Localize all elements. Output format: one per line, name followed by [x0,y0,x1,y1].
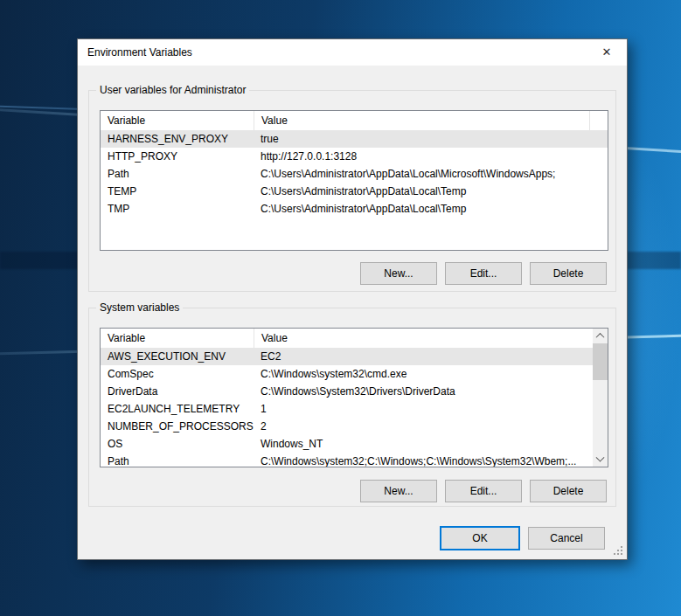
table-row[interactable]: AWS_EXECUTION_ENV EC2 [101,348,608,365]
column-divider [589,111,590,130]
table-row[interactable]: Path C:\Windows\system32;C:\Windows;C:\W… [101,453,608,467]
vertical-scrollbar[interactable] [593,329,608,467]
table-row[interactable]: HARNESS_ENV_PROXY true [101,130,608,148]
variable-cell: EC2LAUNCH_TELEMETRY [101,400,254,418]
variable-cell: Path [101,165,254,183]
scroll-up-icon[interactable] [593,329,608,343]
value-cell: C:\Users\Administrator\AppData\Local\Mic… [254,165,608,183]
system-variables-group: System variables Variable Value AWS_EXEC… [88,308,616,507]
variable-cell: AWS_EXECUTION_ENV [101,348,254,365]
resize-grip-icon[interactable] [613,545,623,556]
user-edit-button[interactable]: Edit... [445,262,522,285]
table-row[interactable]: HTTP_PROXY http://127.0.0.1:3128 [101,148,608,165]
desktop: { "window": { "title": "Environment Vari… [0,0,681,616]
value-cell: 1 [254,400,608,418]
title-bar[interactable]: Environment Variables ✕ [78,39,627,66]
user-variables-group-label: User variables for Administrator [96,84,249,97]
user-delete-button[interactable]: Delete [530,262,607,285]
value-cell: true [254,130,608,148]
table-row[interactable]: TMP C:\Users\Administrator\AppData\Local… [101,200,608,218]
value-cell: Windows_NT [254,435,608,453]
column-header-value[interactable]: Value [254,329,608,348]
column-header-variable[interactable]: Variable [101,329,254,348]
value-cell: C:\Users\Administrator\AppData\Local\Tem… [254,200,608,218]
user-variables-group: User variables for Administrator Variabl… [88,90,616,292]
table-row[interactable]: OS Windows_NT [101,435,608,453]
value-cell: C:\Users\Administrator\AppData\Local\Tem… [254,183,608,200]
table-row[interactable]: DriverData C:\Windows\System32\Drivers\D… [101,383,608,400]
user-new-button[interactable]: New... [360,262,437,285]
scroll-down-icon[interactable] [593,453,608,467]
value-cell: C:\Windows\system32\cmd.exe [254,365,608,383]
value-cell: C:\Windows\System32\Drivers\DriverData [254,383,608,400]
variable-cell: TEMP [101,183,254,200]
system-variables-table: Variable Value AWS_EXECUTION_ENV EC2 Com… [100,328,608,467]
table-row[interactable]: EC2LAUNCH_TELEMETRY 1 [101,400,608,418]
table-row[interactable]: ComSpec C:\Windows\system32\cmd.exe [101,365,608,383]
variable-cell: Path [101,453,254,467]
system-edit-button[interactable]: Edit... [445,480,522,502]
scrollbar-thumb[interactable] [593,343,608,380]
value-cell: http://127.0.0.1:3128 [254,148,608,165]
system-new-button[interactable]: New... [360,480,437,502]
environment-variables-dialog: Environment Variables ✕ User variables f… [77,38,628,560]
value-cell: EC2 [254,348,608,365]
value-cell: C:\Windows\system32;C:\Windows;C:\Window… [254,453,608,467]
ok-button[interactable]: OK [440,526,520,550]
column-header-value[interactable]: Value [254,111,608,130]
dialog-title: Environment Variables [87,39,192,66]
value-cell: 2 [254,418,608,435]
column-header-variable[interactable]: Variable [101,111,254,130]
table-header: Variable Value [101,329,608,348]
close-icon[interactable]: ✕ [587,39,627,66]
system-variables-group-label: System variables [96,301,183,315]
variable-cell: HARNESS_ENV_PROXY [101,130,254,148]
variable-cell: ComSpec [101,365,254,383]
table-row[interactable]: NUMBER_OF_PROCESSORS 2 [101,418,608,435]
system-delete-button[interactable]: Delete [530,480,607,502]
variable-cell: HTTP_PROXY [101,148,254,165]
table-row[interactable]: TEMP C:\Users\Administrator\AppData\Loca… [101,183,608,200]
table-header: Variable Value [101,111,608,130]
user-variables-table: Variable Value HARNESS_ENV_PROXY true HT… [100,110,608,251]
variable-cell: OS [101,435,254,453]
cancel-button[interactable]: Cancel [528,527,605,550]
variable-cell: NUMBER_OF_PROCESSORS [101,418,254,435]
variable-cell: DriverData [101,383,254,400]
variable-cell: TMP [101,200,254,218]
table-row[interactable]: Path C:\Users\Administrator\AppData\Loca… [101,165,608,183]
